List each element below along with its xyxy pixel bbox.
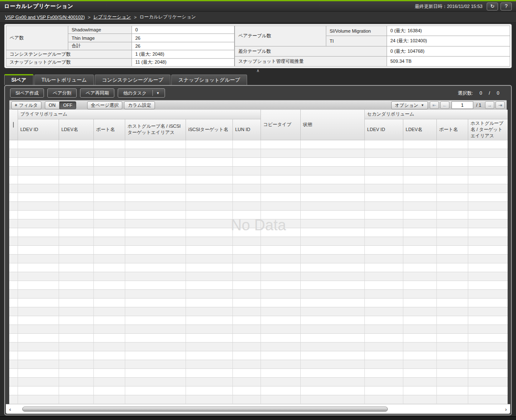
filter-button[interactable]: « フィルタ <box>11 101 41 109</box>
table-row[interactable] <box>9 377 508 386</box>
filter-on-button[interactable]: ON <box>45 101 59 109</box>
table-cell <box>93 316 125 325</box>
filter-off-button[interactable]: OFF <box>59 101 76 109</box>
table-row[interactable] <box>9 157 508 166</box>
table-cell <box>468 360 508 368</box>
table-row[interactable] <box>9 316 508 325</box>
select-all-checkbox[interactable] <box>13 122 14 128</box>
last-page-button[interactable]: ⇥ <box>495 101 505 109</box>
table-cell <box>186 149 232 157</box>
table-cell <box>93 377 125 386</box>
table-row[interactable] <box>9 289 508 298</box>
page-number-input[interactable] <box>452 101 473 109</box>
table-row[interactable] <box>9 219 508 228</box>
table-cell <box>18 140 59 149</box>
breadcrumb-link-replication[interactable]: レプリケーション <box>93 14 131 20</box>
table-row[interactable] <box>9 140 508 149</box>
primary-lun-id-header[interactable]: LUN ID <box>232 119 261 140</box>
more-tasks-button[interactable]: 他のタスク ▼ <box>118 88 165 98</box>
table-cell <box>261 325 300 333</box>
resync-pair-button[interactable]: ペア再同期 <box>80 88 114 98</box>
table-cell <box>261 166 300 175</box>
table-cell <box>186 219 232 228</box>
breadcrumb-link-system[interactable]: VSP Gx00 and VSP Fx00(S/N:400102) <box>5 15 85 20</box>
table-cell <box>261 351 300 360</box>
tab-snapshot-group[interactable]: スナップショットグループ <box>171 75 247 85</box>
table-row[interactable] <box>9 368 508 377</box>
table-cell <box>186 245 232 254</box>
table-row[interactable] <box>9 351 508 360</box>
table-row[interactable] <box>9 333 508 342</box>
table-row[interactable] <box>9 272 508 281</box>
first-page-button[interactable]: ⇤ <box>430 101 439 109</box>
table-row[interactable] <box>9 298 508 307</box>
table-row[interactable] <box>9 395 508 404</box>
snapshot-capacity-label: スナップショット管理可能推量 <box>235 56 387 66</box>
table-cell <box>232 175 261 184</box>
table-cell <box>364 342 403 351</box>
select-all-pages-button[interactable]: 全ページ選択 <box>87 101 123 109</box>
horizontal-scrollbar[interactable]: ‹ › <box>6 404 510 414</box>
table-cell <box>59 149 93 157</box>
ti-value: 24 (最大: 102400) <box>387 36 510 46</box>
table-cell <box>186 210 232 219</box>
primary-iscsi-target-header[interactable]: iSCSIターゲット名 <box>186 119 232 140</box>
table-row[interactable] <box>9 281 508 289</box>
table-row[interactable] <box>9 237 508 245</box>
create-si-pair-button[interactable]: SIペア作成 <box>10 88 44 98</box>
scrollbar-thumb[interactable] <box>22 407 387 412</box>
copy-type-header[interactable]: コピータイプ <box>261 110 300 140</box>
scroll-left-icon[interactable]: ‹ <box>9 406 11 412</box>
next-page-button[interactable]: → <box>485 101 494 109</box>
table-cell <box>59 237 93 245</box>
table-row[interactable] <box>9 193 508 201</box>
table-row[interactable] <box>9 149 508 157</box>
table-row[interactable] <box>9 263 508 272</box>
table-row[interactable] <box>9 254 508 263</box>
secondary-port-name-header[interactable]: ポート名 <box>436 119 468 140</box>
table-row[interactable] <box>9 342 508 351</box>
table-cell <box>18 298 59 307</box>
total-value: 26 <box>132 42 235 50</box>
tab-si-pair[interactable]: SIペア <box>4 74 34 85</box>
table-row[interactable] <box>9 175 508 184</box>
table-row[interactable] <box>9 166 508 175</box>
table-cell <box>300 377 364 386</box>
tab-ti-root-volume[interactable]: TIルートボリューム <box>34 75 94 85</box>
primary-ldev-id-header[interactable]: LDEV ID <box>18 119 59 140</box>
table-row[interactable] <box>9 210 508 219</box>
column-settings-button[interactable]: カラム設定 <box>124 101 155 109</box>
secondary-ldev-name-header[interactable]: LDEV名 <box>403 119 436 140</box>
table-row[interactable] <box>9 386 508 395</box>
tab-consistency-group[interactable]: コンシステンシーグループ <box>95 75 170 85</box>
table-cell <box>186 386 232 395</box>
collapse-chevron-icon[interactable]: ∧ <box>256 69 259 73</box>
table-row[interactable] <box>9 184 508 193</box>
help-button[interactable]: ? <box>501 3 512 10</box>
table-cell <box>468 342 508 351</box>
refresh-button[interactable]: ↻ <box>487 3 498 10</box>
table-row[interactable] <box>9 228 508 237</box>
primary-port-name-header[interactable]: ポート名 <box>93 119 125 140</box>
table-row[interactable] <box>9 360 508 368</box>
table-cell <box>403 140 436 149</box>
secondary-host-group-header[interactable]: ホストグループ名 / ターゲットエイリアス <box>468 119 508 140</box>
table-row[interactable] <box>9 307 508 316</box>
status-header[interactable]: 状態 <box>300 110 364 140</box>
scroll-right-icon[interactable]: › <box>505 406 507 412</box>
prev-page-button[interactable]: ← <box>440 101 449 109</box>
table-row[interactable] <box>9 201 508 210</box>
split-pair-button[interactable]: ペア分割 <box>47 88 77 98</box>
scrollbar-track[interactable] <box>18 407 498 412</box>
breadcrumb: VSP Gx00 and VSP Fx00(S/N:400102) > レプリケ… <box>0 12 516 23</box>
secondary-ldev-id-header[interactable]: LDEV ID <box>364 119 403 140</box>
table-cell <box>261 149 300 157</box>
primary-ldev-name-header[interactable]: LDEV名 <box>59 119 93 140</box>
primary-host-group-header[interactable]: ホストグループ名 / iSCSIターゲットエイリアス <box>125 119 186 140</box>
table-cell <box>59 325 93 333</box>
table-row[interactable] <box>9 245 508 254</box>
table-cell <box>436 193 468 201</box>
options-button[interactable]: オプション ▼ <box>391 101 428 109</box>
table-row[interactable] <box>9 325 508 333</box>
table-cell <box>186 272 232 281</box>
